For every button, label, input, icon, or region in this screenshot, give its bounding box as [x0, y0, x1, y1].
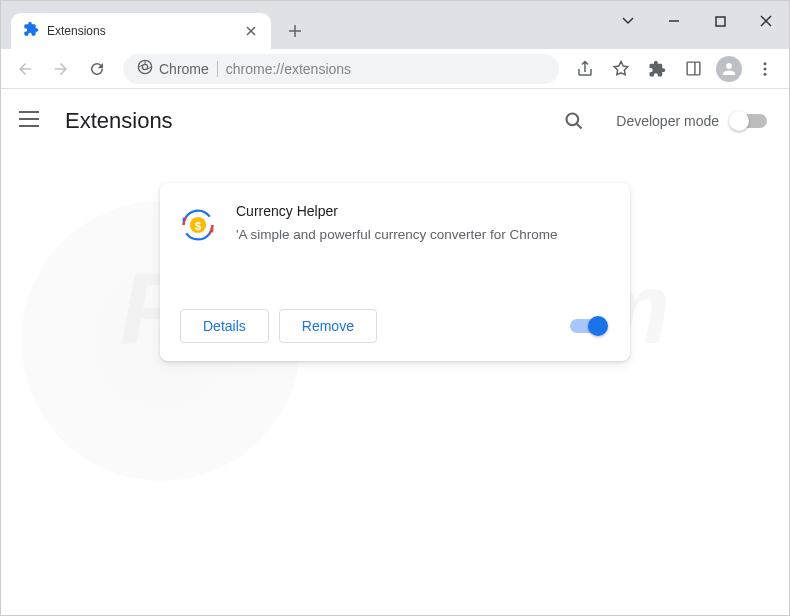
extensions-page-header: Extensions Developer mode: [1, 89, 789, 153]
chrome-icon: [137, 59, 153, 78]
developer-mode-toggle[interactable]: [731, 114, 767, 128]
svg-point-6: [764, 67, 767, 70]
extension-name: Currency Helper: [236, 203, 610, 219]
browser-tab[interactable]: Extensions: [11, 13, 271, 49]
omnibox-divider: [217, 61, 218, 77]
extensions-puzzle-icon[interactable]: [641, 53, 673, 85]
window-titlebar: Extensions: [1, 1, 789, 49]
extension-card: $ Currency Helper 'A simple and powerful…: [160, 183, 630, 361]
address-bar[interactable]: Chrome chrome://extensions: [123, 54, 559, 84]
svg-point-7: [764, 72, 767, 75]
new-tab-button[interactable]: [281, 17, 309, 45]
svg-rect-3: [687, 62, 700, 75]
svg-line-9: [577, 124, 582, 129]
back-button[interactable]: [9, 53, 41, 85]
details-button[interactable]: Details: [180, 309, 269, 343]
profile-avatar[interactable]: [713, 53, 745, 85]
tab-title: Extensions: [47, 24, 235, 38]
bookmark-star-icon[interactable]: [605, 53, 637, 85]
svg-point-5: [764, 62, 767, 65]
developer-mode-label: Developer mode: [616, 113, 719, 129]
extension-puzzle-icon: [23, 21, 39, 41]
minimize-button[interactable]: [651, 1, 697, 41]
chrome-label: Chrome: [159, 61, 209, 77]
menu-dots-icon[interactable]: [749, 53, 781, 85]
extension-enable-toggle[interactable]: [570, 319, 606, 333]
close-button[interactable]: [743, 1, 789, 41]
side-panel-icon[interactable]: [677, 53, 709, 85]
dropdown-icon[interactable]: [605, 1, 651, 41]
extension-app-icon: $: [180, 207, 216, 243]
forward-button[interactable]: [45, 53, 77, 85]
extension-description: 'A simple and powerful currency converte…: [236, 225, 610, 245]
search-icon[interactable]: [554, 101, 594, 141]
reload-button[interactable]: [81, 53, 113, 85]
menu-hamburger-icon[interactable]: [19, 111, 43, 131]
svg-rect-0: [716, 17, 725, 26]
svg-text:$: $: [195, 220, 201, 232]
svg-point-8: [567, 114, 579, 126]
svg-point-2: [142, 64, 147, 69]
maximize-button[interactable]: [697, 1, 743, 41]
browser-toolbar: Chrome chrome://extensions: [1, 49, 789, 89]
page-title: Extensions: [65, 108, 532, 134]
url-text: chrome://extensions: [226, 61, 351, 77]
share-icon[interactable]: [569, 53, 601, 85]
tab-close-icon[interactable]: [243, 23, 259, 39]
remove-button[interactable]: Remove: [279, 309, 377, 343]
